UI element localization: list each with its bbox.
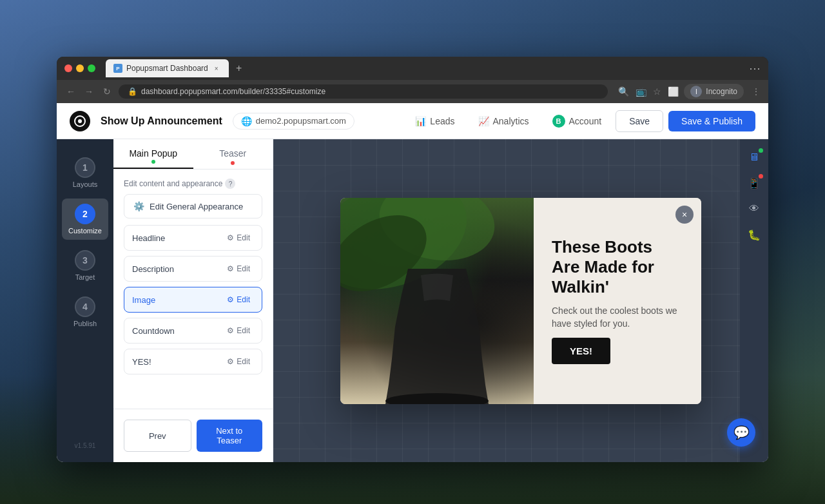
popup: × These Boots Are Made for Walkin' Check…	[340, 198, 701, 404]
desktop-view-button[interactable]: 🖥	[744, 147, 764, 168]
popup-close-button[interactable]: ×	[675, 206, 694, 224]
countdown-edit-button[interactable]: ⚙ Edit	[223, 325, 254, 336]
save-publish-button[interactable]: Save & Publish	[668, 111, 755, 131]
image-label: Image	[132, 295, 223, 305]
save-button[interactable]: Save	[616, 110, 663, 132]
preview-button[interactable]: 👁	[744, 199, 764, 219]
teaser-status-dot	[231, 161, 235, 165]
tab-teaser-label: Teaser	[219, 148, 246, 159]
edit-icon-3: ⚙	[227, 295, 234, 304]
browser-more-button[interactable]: ⋯	[749, 61, 761, 75]
popup-title: These Boots Are Made for Walkin'	[552, 237, 683, 298]
description-edit-label: Edit	[237, 264, 250, 273]
search-icon[interactable]: 🔍	[618, 86, 629, 97]
help-icon[interactable]: ?	[225, 179, 235, 189]
panel: Main Popup Teaser Edit content and appea…	[113, 139, 273, 462]
back-button[interactable]: ←	[64, 85, 77, 98]
panel-tabs: Main Popup Teaser	[113, 139, 273, 170]
account-link[interactable]: B Account	[543, 111, 611, 131]
edit-appearance-button[interactable]: ⚙️ Edit General Appearance	[124, 194, 262, 218]
sidebar-item-customize[interactable]: 2 Customize	[62, 199, 108, 240]
forward-button[interactable]: →	[82, 85, 95, 98]
countdown-label: Countdown	[132, 326, 223, 336]
tab-main-popup[interactable]: Main Popup	[113, 139, 193, 169]
profile-avatar: I	[690, 86, 702, 97]
countdown-edit-label: Edit	[237, 326, 250, 335]
next-to-teaser-button[interactable]: Next to Teaser	[197, 420, 263, 452]
extensions-icon[interactable]: ⬜	[668, 86, 679, 97]
settings-toolbar-button[interactable]: 🐛	[744, 224, 764, 245]
sidebar-item-layouts[interactable]: 1 Layouts	[62, 152, 108, 193]
headline-edit-button[interactable]: ⚙ Edit	[223, 232, 254, 244]
content-row-description[interactable]: Description ⚙ Edit	[124, 256, 262, 282]
step-1-circle: 1	[75, 157, 95, 178]
account-label: Account	[569, 116, 602, 126]
canvas: × These Boots Are Made for Walkin' Check…	[273, 139, 768, 462]
panel-content: ⚙️ Edit General Appearance Headline ⚙ Ed…	[113, 194, 273, 409]
globe-icon: 🌐	[241, 116, 252, 126]
account-avatar: B	[552, 115, 565, 128]
app-title: Show Up Announcement	[101, 115, 222, 127]
browser-tabs: P Popupsmart Dashboard × +	[106, 59, 744, 77]
content-row-yes[interactable]: YES! ⚙ Edit	[124, 349, 262, 374]
image-edit-button[interactable]: ⚙ Edit	[223, 294, 254, 305]
minimize-window-button[interactable]	[76, 64, 84, 72]
app-logo	[70, 111, 90, 131]
step-4-label: Publish	[73, 320, 97, 327]
prev-button[interactable]: Prev	[124, 420, 191, 452]
analytics-link[interactable]: 📈 Analytics	[469, 112, 538, 130]
bookmark-icon[interactable]: ☆	[653, 86, 661, 97]
svg-point-1	[78, 119, 82, 123]
active-tab[interactable]: P Popupsmart Dashboard ×	[106, 59, 229, 77]
url-input[interactable]: 🔒 dashboard.popupsmart.com/builder/33335…	[119, 84, 608, 99]
settings-icon: ⚙️	[133, 201, 144, 211]
chat-icon: 💬	[733, 425, 750, 440]
cast-icon[interactable]: 📺	[636, 86, 646, 97]
content-row-headline[interactable]: Headline ⚙ Edit	[124, 225, 262, 251]
right-toolbar: 🖥 📱 👁 🐛	[740, 139, 768, 462]
edit-icon: ⚙	[227, 233, 234, 242]
content-row-countdown[interactable]: Countdown ⚙ Edit	[124, 318, 262, 344]
app: Show Up Announcement 🌐 demo2.popupsmart.…	[57, 103, 768, 462]
browser-window: P Popupsmart Dashboard × + ⋯ ← → ↻ 🔒 das…	[57, 57, 768, 462]
traffic-lights	[64, 64, 95, 72]
address-bar: ← → ↻ 🔒 dashboard.popupsmart.com/builder…	[57, 80, 768, 103]
reload-button[interactable]: ↻	[101, 85, 113, 98]
website-selector[interactable]: 🌐 demo2.popupsmart.com	[233, 113, 354, 130]
leads-link[interactable]: 📊 Leads	[406, 112, 463, 130]
yes-edit-button[interactable]: ⚙ Edit	[223, 356, 254, 367]
nav-links: 📊 Leads 📈 Analytics B Account Save Save …	[406, 110, 755, 132]
tab-main-popup-label: Main Popup	[129, 148, 177, 159]
edit-icon-2: ⚙	[227, 264, 234, 273]
website-label: demo2.popupsmart.com	[256, 116, 346, 126]
description-edit-button[interactable]: ⚙ Edit	[223, 263, 254, 275]
step-3-label: Target	[75, 273, 95, 281]
yes-label: YES!	[132, 357, 223, 367]
tab-favicon: P	[113, 64, 122, 73]
tab-teaser[interactable]: Teaser	[193, 139, 273, 169]
step-2-circle: 2	[75, 204, 95, 224]
close-window-button[interactable]	[64, 64, 72, 72]
sidebar-item-publish[interactable]: 4 Publish	[62, 291, 108, 333]
yes-edit-label: Edit	[237, 357, 250, 366]
maximize-window-button[interactable]	[88, 64, 95, 72]
sidebar-item-target[interactable]: 3 Target	[62, 245, 108, 286]
main-layout: 1 Layouts 2 Customize 3 Target 4 Publish…	[57, 139, 768, 462]
panel-subtitle: Edit content and appearance ?	[113, 170, 273, 194]
tab-close-button[interactable]: ×	[212, 64, 221, 73]
popup-image-inner	[340, 198, 534, 404]
subtitle-text: Edit content and appearance	[124, 179, 222, 188]
content-row-image[interactable]: Image ⚙ Edit	[124, 287, 262, 313]
popup-cta-button[interactable]: YES!	[552, 338, 610, 364]
new-tab-button[interactable]: +	[231, 61, 247, 76]
profile-button[interactable]: I Incognito	[684, 84, 744, 99]
main-popup-status-dot	[151, 160, 155, 164]
mobile-status-dot	[759, 174, 763, 179]
description-label: Description	[132, 264, 223, 274]
browser-menu-button[interactable]: ⋮	[752, 86, 761, 97]
mobile-view-button[interactable]: 📱	[744, 173, 764, 193]
chat-bubble[interactable]: 💬	[727, 418, 755, 447]
panel-footer: Prev Next to Teaser	[113, 409, 273, 462]
step-1-label: Layouts	[73, 180, 98, 188]
tab-title: Popupsmart Dashboard	[126, 64, 208, 73]
